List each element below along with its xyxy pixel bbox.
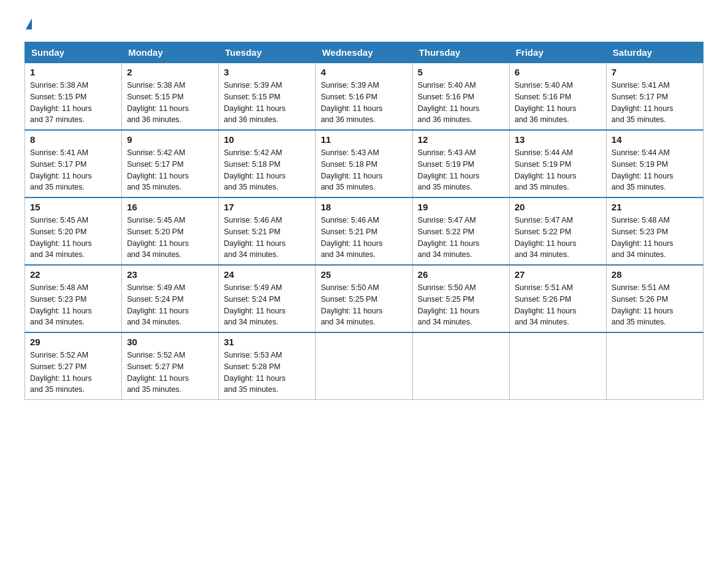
calendar-cell: 18 Sunrise: 5:46 AMSunset: 5:21 PMDaylig…: [316, 197, 412, 265]
calendar-cell: [606, 332, 703, 400]
calendar-cell: 12 Sunrise: 5:43 AMSunset: 5:19 PMDaylig…: [412, 130, 509, 197]
calendar-cell: 11 Sunrise: 5:43 AMSunset: 5:18 PMDaylig…: [316, 130, 412, 197]
day-number: 4: [320, 67, 407, 77]
day-number: 20: [515, 202, 601, 212]
day-number: 1: [30, 67, 116, 77]
page-header: [25, 18, 703, 29]
day-info: Sunrise: 5:48 AMSunset: 5:23 PMDaylight:…: [612, 215, 698, 261]
day-number: 28: [612, 269, 698, 280]
day-info: Sunrise: 5:43 AMSunset: 5:19 PMDaylight:…: [418, 147, 504, 193]
calendar-cell: 25 Sunrise: 5:50 AMSunset: 5:25 PMDaylig…: [316, 265, 412, 332]
day-info: Sunrise: 5:49 AMSunset: 5:24 PMDaylight:…: [224, 282, 310, 328]
calendar-cell: 29 Sunrise: 5:52 AMSunset: 5:27 PMDaylig…: [25, 332, 122, 400]
calendar-cell: 27 Sunrise: 5:51 AMSunset: 5:26 PMDaylig…: [509, 265, 606, 332]
day-info: Sunrise: 5:41 AMSunset: 5:17 PMDaylight:…: [612, 80, 698, 126]
day-number: 5: [418, 67, 504, 77]
calendar-cell: 22 Sunrise: 5:48 AMSunset: 5:23 PMDaylig…: [25, 265, 122, 332]
day-number: 24: [224, 269, 310, 280]
day-number: 30: [127, 337, 213, 347]
calendar-cell: 6 Sunrise: 5:40 AMSunset: 5:16 PMDayligh…: [509, 63, 606, 131]
day-number: 3: [224, 67, 310, 77]
day-number: 23: [127, 269, 213, 280]
day-info: Sunrise: 5:43 AMSunset: 5:18 PMDaylight:…: [320, 147, 407, 193]
day-info: Sunrise: 5:44 AMSunset: 5:19 PMDaylight:…: [612, 147, 698, 193]
calendar-cell: 16 Sunrise: 5:45 AMSunset: 5:20 PMDaylig…: [122, 197, 219, 265]
calendar-cell: 4 Sunrise: 5:39 AMSunset: 5:16 PMDayligh…: [316, 63, 412, 131]
day-number: 13: [515, 134, 601, 145]
day-number: 16: [127, 202, 213, 212]
day-number: 18: [320, 202, 407, 212]
calendar-cell: 20 Sunrise: 5:47 AMSunset: 5:22 PMDaylig…: [509, 197, 606, 265]
calendar-cell: 1 Sunrise: 5:38 AMSunset: 5:15 PMDayligh…: [25, 63, 122, 131]
calendar-cell: 17 Sunrise: 5:46 AMSunset: 5:21 PMDaylig…: [219, 197, 316, 265]
day-number: 6: [515, 67, 601, 77]
day-number: 2: [127, 67, 213, 77]
day-info: Sunrise: 5:51 AMSunset: 5:26 PMDaylight:…: [515, 282, 601, 328]
day-info: Sunrise: 5:45 AMSunset: 5:20 PMDaylight:…: [30, 215, 116, 261]
day-number: 12: [418, 134, 504, 145]
day-number: 22: [30, 269, 116, 280]
day-number: 7: [612, 67, 698, 77]
day-info: Sunrise: 5:39 AMSunset: 5:15 PMDaylight:…: [224, 80, 310, 126]
calendar-cell: 14 Sunrise: 5:44 AMSunset: 5:19 PMDaylig…: [606, 130, 703, 197]
day-number: 17: [224, 202, 310, 212]
calendar-cell: 8 Sunrise: 5:41 AMSunset: 5:17 PMDayligh…: [25, 130, 122, 197]
calendar-cell: 30 Sunrise: 5:52 AMSunset: 5:27 PMDaylig…: [122, 332, 219, 400]
calendar-cell: [316, 332, 412, 400]
day-info: Sunrise: 5:46 AMSunset: 5:21 PMDaylight:…: [224, 215, 310, 261]
day-info: Sunrise: 5:42 AMSunset: 5:18 PMDaylight:…: [224, 147, 310, 193]
calendar-cell: 26 Sunrise: 5:50 AMSunset: 5:25 PMDaylig…: [412, 265, 509, 332]
day-info: Sunrise: 5:52 AMSunset: 5:27 PMDaylight:…: [127, 350, 213, 396]
weekday-header-tuesday: Tuesday: [219, 42, 316, 63]
day-info: Sunrise: 5:38 AMSunset: 5:15 PMDaylight:…: [127, 80, 213, 126]
day-number: 29: [30, 337, 116, 347]
calendar-cell: 21 Sunrise: 5:48 AMSunset: 5:23 PMDaylig…: [606, 197, 703, 265]
calendar-cell: 13 Sunrise: 5:44 AMSunset: 5:19 PMDaylig…: [509, 130, 606, 197]
day-info: Sunrise: 5:40 AMSunset: 5:16 PMDaylight:…: [418, 80, 504, 126]
day-info: Sunrise: 5:42 AMSunset: 5:17 PMDaylight:…: [127, 147, 213, 193]
weekday-header-wednesday: Wednesday: [316, 42, 412, 63]
day-number: 25: [320, 269, 407, 280]
weekday-header-sunday: Sunday: [25, 42, 122, 63]
calendar-cell: 7 Sunrise: 5:41 AMSunset: 5:17 PMDayligh…: [606, 63, 703, 131]
logo-triangle-icon: [26, 18, 32, 29]
day-info: Sunrise: 5:39 AMSunset: 5:16 PMDaylight:…: [320, 80, 407, 126]
calendar-cell: 23 Sunrise: 5:49 AMSunset: 5:24 PMDaylig…: [122, 265, 219, 332]
day-number: 19: [418, 202, 504, 212]
day-info: Sunrise: 5:49 AMSunset: 5:24 PMDaylight:…: [127, 282, 213, 328]
calendar-cell: [412, 332, 509, 400]
calendar-week-2: 8 Sunrise: 5:41 AMSunset: 5:17 PMDayligh…: [25, 130, 703, 197]
calendar-cell: 31 Sunrise: 5:53 AMSunset: 5:28 PMDaylig…: [219, 332, 316, 400]
day-number: 9: [127, 134, 213, 145]
day-number: 26: [418, 269, 504, 280]
day-info: Sunrise: 5:52 AMSunset: 5:27 PMDaylight:…: [30, 350, 116, 396]
day-info: Sunrise: 5:53 AMSunset: 5:28 PMDaylight:…: [224, 350, 310, 396]
day-number: 31: [224, 337, 310, 347]
day-info: Sunrise: 5:47 AMSunset: 5:22 PMDaylight:…: [418, 215, 504, 261]
day-info: Sunrise: 5:45 AMSunset: 5:20 PMDaylight:…: [127, 215, 213, 261]
day-info: Sunrise: 5:44 AMSunset: 5:19 PMDaylight:…: [515, 147, 601, 193]
day-number: 8: [30, 134, 116, 145]
day-number: 15: [30, 202, 116, 212]
day-number: 14: [612, 134, 698, 145]
weekday-header-friday: Friday: [509, 42, 606, 63]
calendar-cell: 2 Sunrise: 5:38 AMSunset: 5:15 PMDayligh…: [122, 63, 219, 131]
calendar-cell: 9 Sunrise: 5:42 AMSunset: 5:17 PMDayligh…: [122, 130, 219, 197]
calendar-cell: [509, 332, 606, 400]
day-number: 11: [320, 134, 407, 145]
calendar-cell: 24 Sunrise: 5:49 AMSunset: 5:24 PMDaylig…: [219, 265, 316, 332]
calendar-cell: 19 Sunrise: 5:47 AMSunset: 5:22 PMDaylig…: [412, 197, 509, 265]
day-info: Sunrise: 5:50 AMSunset: 5:25 PMDaylight:…: [320, 282, 407, 328]
calendar-table: SundayMondayTuesdayWednesdayThursdayFrid…: [25, 42, 703, 400]
calendar-cell: 3 Sunrise: 5:39 AMSunset: 5:15 PMDayligh…: [219, 63, 316, 131]
day-info: Sunrise: 5:50 AMSunset: 5:25 PMDaylight:…: [418, 282, 504, 328]
calendar-header-row: SundayMondayTuesdayWednesdayThursdayFrid…: [25, 42, 703, 63]
weekday-header-thursday: Thursday: [412, 42, 509, 63]
calendar-week-4: 22 Sunrise: 5:48 AMSunset: 5:23 PMDaylig…: [25, 265, 703, 332]
day-info: Sunrise: 5:47 AMSunset: 5:22 PMDaylight:…: [515, 215, 601, 261]
day-number: 27: [515, 269, 601, 280]
day-number: 21: [612, 202, 698, 212]
day-info: Sunrise: 5:40 AMSunset: 5:16 PMDaylight:…: [515, 80, 601, 126]
day-number: 10: [224, 134, 310, 145]
calendar-cell: 15 Sunrise: 5:45 AMSunset: 5:20 PMDaylig…: [25, 197, 122, 265]
